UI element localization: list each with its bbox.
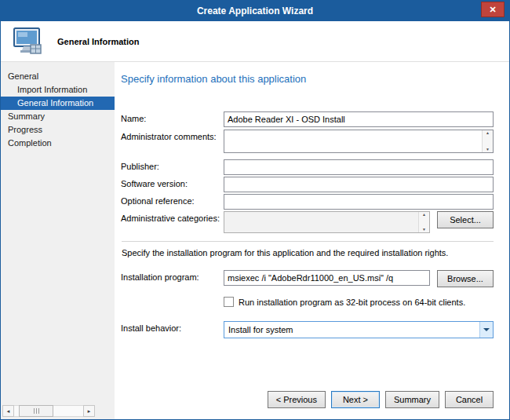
install-behavior-label: Install behavior: xyxy=(121,321,224,333)
wizard-body: General Import Information General Infor… xyxy=(1,62,509,419)
installation-program-label: Installation program: xyxy=(121,270,224,282)
administrator-comments-label: Administrator comments: xyxy=(121,130,224,141)
scroll-up-icon[interactable]: ▲ xyxy=(483,130,493,136)
name-label: Name: xyxy=(121,111,224,123)
scrollbar-thumb[interactable] xyxy=(19,405,53,417)
install-behavior-dropdown[interactable]: Install for system xyxy=(224,321,494,338)
administrator-comments-textarea[interactable] xyxy=(224,130,482,152)
window-title: Create Application Wizard xyxy=(1,1,509,21)
section-divider xyxy=(122,241,494,242)
run-32bit-label[interactable]: Run installation program as 32-bit proce… xyxy=(239,298,465,307)
wizard-page: Specify information about this applicati… xyxy=(115,62,509,419)
cancel-button[interactable]: Cancel xyxy=(445,391,494,408)
scrollbar-track[interactable] xyxy=(14,405,83,417)
scroll-down-icon[interactable]: ▼ xyxy=(419,227,429,232)
sidebar-item-import-information[interactable]: Import Information xyxy=(1,83,115,97)
summary-button[interactable]: Summary xyxy=(385,391,439,408)
administrative-categories-label: Administrative categories: xyxy=(121,211,224,223)
titlebar[interactable]: Create Application Wizard ✕ xyxy=(1,1,509,21)
create-application-wizard-window: Create Application Wizard ✕ General Info… xyxy=(0,0,510,420)
close-icon: ✕ xyxy=(489,5,496,15)
wizard-header: General Information xyxy=(1,21,509,62)
dropdown-button[interactable] xyxy=(479,322,493,338)
scroll-right-icon[interactable]: ► xyxy=(83,405,95,417)
scroll-up-icon[interactable]: ▲ xyxy=(419,212,429,217)
header-title: General Information xyxy=(57,37,140,46)
general-info-form: Name: Administrator comments: ▲ ▼ Publis… xyxy=(121,111,494,338)
sidebar-item-general-information[interactable]: General Information xyxy=(1,97,115,110)
sidebar-horizontal-scrollbar[interactable]: ◄ ► xyxy=(2,405,95,417)
optional-reference-input[interactable] xyxy=(224,194,494,210)
application-icon xyxy=(10,26,45,57)
install-section-description: Specify the installation program for thi… xyxy=(122,248,494,257)
run-32bit-row: Run installation program as 32-bit proce… xyxy=(224,297,494,307)
close-button[interactable]: ✕ xyxy=(481,2,505,17)
administrative-categories-field: ▲ ▼ xyxy=(224,211,430,233)
sidebar-item-completion[interactable]: Completion xyxy=(1,137,115,150)
installation-program-input[interactable] xyxy=(224,270,430,286)
scroll-down-icon[interactable]: ▼ xyxy=(483,147,493,152)
sidebar-item-summary[interactable]: Summary xyxy=(1,110,115,123)
publisher-label: Publisher: xyxy=(121,159,224,171)
software-version-label: Software version: xyxy=(121,177,224,188)
browse-button[interactable]: Browse... xyxy=(437,270,494,287)
page-title: Specify information about this applicati… xyxy=(121,73,494,85)
wizard-footer: < Previous Next > Summary Cancel xyxy=(268,391,494,408)
software-version-input[interactable] xyxy=(224,177,494,192)
previous-button[interactable]: < Previous xyxy=(268,391,326,408)
administrator-comments-input[interactable]: ▲ ▼ xyxy=(224,130,494,153)
next-button[interactable]: Next > xyxy=(331,391,380,408)
run-32bit-checkbox[interactable] xyxy=(224,297,234,307)
publisher-input[interactable] xyxy=(224,159,494,175)
install-behavior-value: Install for system xyxy=(224,325,479,334)
name-input[interactable] xyxy=(224,111,494,127)
wizard-steps-sidebar: General Import Information General Infor… xyxy=(1,62,115,419)
scroll-left-icon[interactable]: ◄ xyxy=(2,405,14,417)
select-categories-button[interactable]: Select... xyxy=(437,211,494,228)
chevron-down-icon xyxy=(483,328,490,331)
sidebar-item-progress[interactable]: Progress xyxy=(1,123,115,137)
categories-scrollbar[interactable]: ▲ ▼ xyxy=(418,212,429,232)
comments-scrollbar[interactable]: ▲ ▼ xyxy=(482,130,493,152)
sidebar-item-general[interactable]: General xyxy=(1,70,115,83)
optional-reference-label: Optional reference: xyxy=(121,194,224,206)
